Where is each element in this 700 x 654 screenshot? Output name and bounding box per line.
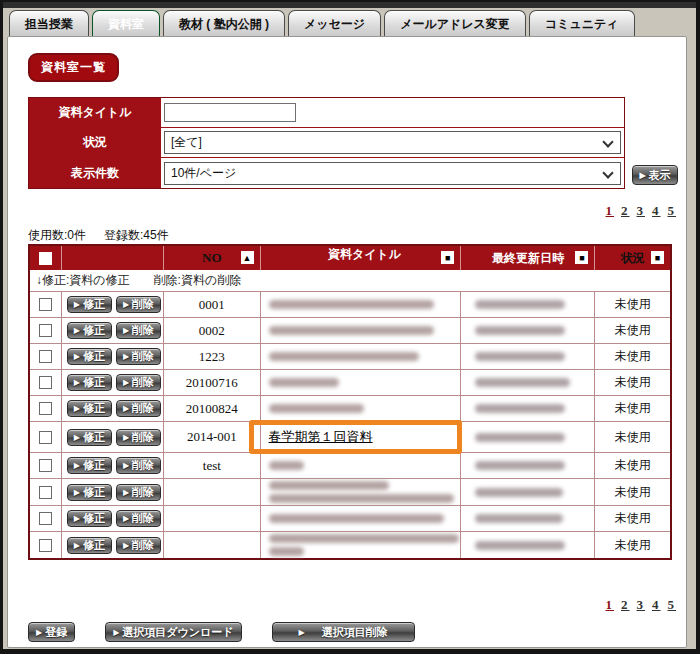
blurred-title-text xyxy=(269,300,434,309)
sort-icon[interactable]: ■ xyxy=(575,251,588,264)
table-body: ▶修正▶削除0001未使用▶修正▶削除0002未使用▶修正▶削除1223未使用▶… xyxy=(30,292,670,558)
row-checkbox[interactable] xyxy=(39,402,52,415)
edit-button[interactable]: ▶修正 xyxy=(67,429,112,446)
edit-button[interactable]: ▶修正 xyxy=(67,400,112,417)
edit-button[interactable]: ▶修正 xyxy=(67,296,112,313)
document-title-link[interactable]: 春学期第１回資料 xyxy=(269,428,373,446)
row-checkbox[interactable] xyxy=(39,298,52,311)
blurred-date-text xyxy=(475,433,565,442)
search-form: 資料タイトル状況[全て]表示件数10件/ページ xyxy=(28,97,625,189)
table-row: ▶修正▶削除未使用 xyxy=(30,506,670,532)
updated-cell xyxy=(461,453,595,478)
delete-button[interactable]: ▶削除 xyxy=(116,296,161,313)
row-status: 未使用 xyxy=(595,453,670,478)
row-status: 未使用 xyxy=(595,479,670,505)
delete-button[interactable]: ▶削除 xyxy=(116,322,161,339)
page-link-5[interactable]: 5 xyxy=(668,597,677,612)
title-search-input[interactable] xyxy=(164,103,296,122)
show-button[interactable]: ▶表示 xyxy=(632,165,678,185)
row-checkbox[interactable] xyxy=(39,350,52,363)
tab-item[interactable]: 担当授業 xyxy=(9,10,89,37)
arrow-icon: ▶ xyxy=(74,433,80,442)
header-status: 状況■ xyxy=(595,246,670,270)
delete-button[interactable]: ▶削除 xyxy=(116,374,161,391)
form-row: 表示件数10件/ページ xyxy=(29,158,624,188)
actions-cell: ▶修正▶削除 xyxy=(62,453,164,478)
row-checkbox[interactable] xyxy=(39,324,52,337)
sort-icon[interactable]: ■ xyxy=(441,251,454,264)
tab-item[interactable]: メールアドレス変更 xyxy=(384,10,526,37)
row-checkbox[interactable] xyxy=(39,486,52,499)
edit-button[interactable]: ▶修正 xyxy=(67,374,112,391)
page-link-3[interactable]: 3 xyxy=(637,597,646,612)
pagination-top: 12345 xyxy=(599,203,677,219)
checkbox-cell xyxy=(30,318,62,343)
form-label: 表示件数 xyxy=(29,158,161,188)
arrow-icon: ▶ xyxy=(123,514,129,523)
selected-delete-button[interactable]: ▶選択項目削除 xyxy=(272,622,415,642)
sort-icon[interactable]: ■ xyxy=(651,251,664,264)
table-row: ▶修正▶削除未使用 xyxy=(30,479,670,506)
row-checkbox[interactable] xyxy=(39,431,52,444)
tab-item[interactable]: コミュニティ xyxy=(529,10,635,37)
row-no xyxy=(164,532,260,558)
edit-button[interactable]: ▶修正 xyxy=(67,510,112,527)
arrow-icon: ▶ xyxy=(123,461,129,470)
dropdown-select[interactable]: [全て] xyxy=(164,131,621,154)
delete-button[interactable]: ▶削除 xyxy=(116,348,161,365)
used-count: 使用数:0件 xyxy=(28,228,86,242)
page-link-1[interactable]: 1 xyxy=(606,203,615,218)
edit-button[interactable]: ▶修正 xyxy=(67,457,112,474)
title-cell xyxy=(261,292,462,317)
select-all-checkbox[interactable] xyxy=(39,252,52,265)
updated-cell xyxy=(461,532,595,558)
delete-button[interactable]: ▶削除 xyxy=(116,457,161,474)
delete-button[interactable]: ▶削除 xyxy=(116,510,161,527)
row-checkbox[interactable] xyxy=(39,512,52,525)
page-link-1[interactable]: 1 xyxy=(606,597,615,612)
selected-download-button[interactable]: ▶選択項目ダウンロード xyxy=(105,622,241,642)
form-label: 状況 xyxy=(29,128,161,157)
row-checkbox[interactable] xyxy=(39,539,52,552)
delete-button[interactable]: ▶削除 xyxy=(116,429,161,446)
page-link-4[interactable]: 4 xyxy=(652,597,661,612)
dropdown-select[interactable]: 10件/ページ xyxy=(164,162,621,185)
edit-button[interactable]: ▶修正 xyxy=(67,348,112,365)
title-cell: 春学期第１回資料 xyxy=(261,422,462,452)
row-checkbox[interactable] xyxy=(39,376,52,389)
tab-item[interactable]: 教材 ( 塾内公開 ) xyxy=(163,10,285,37)
edit-button[interactable]: ▶修正 xyxy=(67,484,112,501)
arrow-icon: ▶ xyxy=(123,404,129,413)
page-link-2[interactable]: 2 xyxy=(621,203,630,218)
row-status: 未使用 xyxy=(595,422,670,452)
delete-button[interactable]: ▶削除 xyxy=(116,537,161,554)
page-link-2[interactable]: 2 xyxy=(621,597,630,612)
title-cell xyxy=(261,344,462,369)
blurred-title-text xyxy=(269,404,364,413)
updated-cell xyxy=(461,292,595,317)
arrow-icon: ▶ xyxy=(74,488,80,497)
edit-button[interactable]: ▶修正 xyxy=(67,537,112,554)
sort-asc-icon[interactable]: ▲ xyxy=(241,251,254,264)
page-link-4[interactable]: 4 xyxy=(652,203,661,218)
header-no: NO▲ xyxy=(164,246,260,270)
page-link-5[interactable]: 5 xyxy=(668,203,677,218)
edit-button[interactable]: ▶修正 xyxy=(67,322,112,339)
tab-bar: 担当授業資料室教材 ( 塾内公開 )メッセージメールアドレス変更コミュニティ xyxy=(9,8,696,37)
tab-active[interactable]: 資料室 xyxy=(92,10,160,37)
blurred-date-text xyxy=(475,461,565,470)
row-status: 未使用 xyxy=(595,506,670,531)
actions-cell: ▶修正▶削除 xyxy=(62,479,164,505)
table-legend: ↓修正:資料の修正 削除:資料の削除 xyxy=(30,270,670,292)
checkbox-cell xyxy=(30,370,62,395)
row-checkbox[interactable] xyxy=(39,459,52,472)
blurred-title-text xyxy=(269,352,419,361)
blurred-date-text xyxy=(475,326,565,335)
arrow-icon: ▶ xyxy=(113,628,119,637)
checkbox-cell xyxy=(30,292,62,317)
tab-item[interactable]: メッセージ xyxy=(288,10,381,37)
page-link-3[interactable]: 3 xyxy=(637,203,646,218)
delete-button[interactable]: ▶削除 xyxy=(116,484,161,501)
register-button[interactable]: ▶登録 xyxy=(28,622,75,642)
delete-button[interactable]: ▶削除 xyxy=(116,400,161,417)
